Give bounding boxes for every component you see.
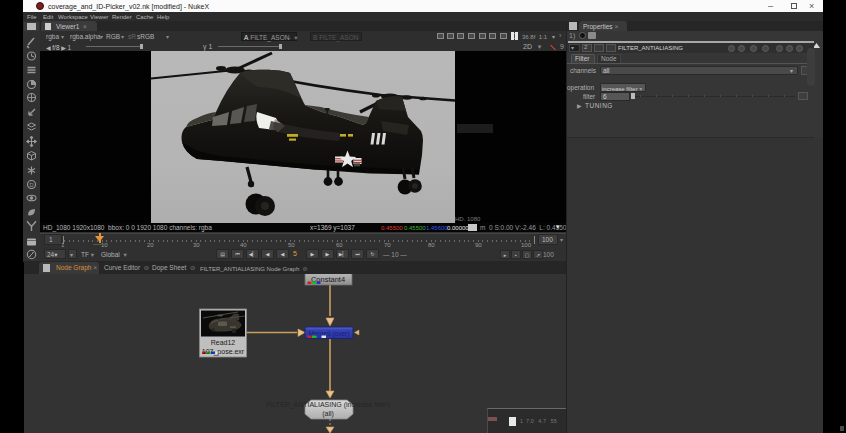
svg-text:D: D xyxy=(30,182,34,188)
svg-text:(all): (all) xyxy=(322,410,334,418)
svg-text:FILTER_ANTIALIASING (increase: FILTER_ANTIALIASING (increase filter) xyxy=(266,401,390,409)
svg-text:107_pose.exr: 107_pose.exr xyxy=(202,348,245,356)
svg-text:Read12: Read12 xyxy=(211,339,236,346)
svg-text:Constant4: Constant4 xyxy=(311,275,345,284)
